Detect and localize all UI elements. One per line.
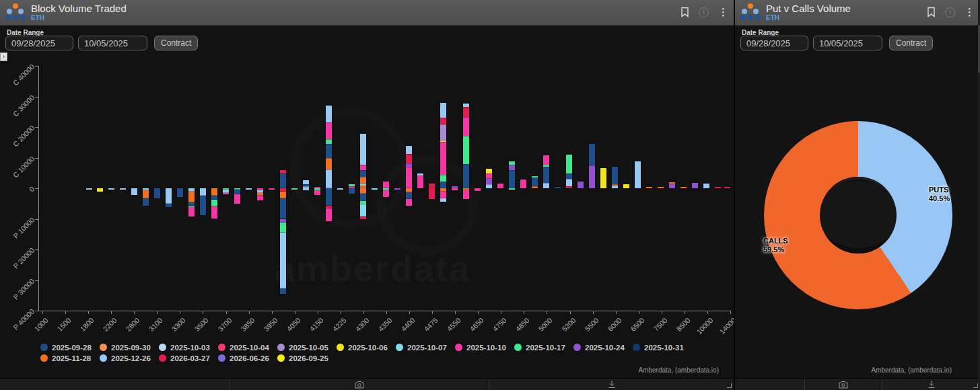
bar-segment[interactable] bbox=[463, 136, 469, 164]
bar-segment[interactable] bbox=[154, 188, 160, 198]
bar-segment[interactable] bbox=[566, 155, 572, 173]
bar-segment[interactable] bbox=[143, 198, 149, 206]
bar-segment[interactable] bbox=[486, 173, 492, 178]
bar-segment[interactable] bbox=[406, 154, 412, 163]
bar-segment[interactable] bbox=[440, 142, 446, 175]
bar-segment[interactable] bbox=[612, 186, 618, 188]
bar-segment[interactable] bbox=[200, 188, 206, 196]
legend-item[interactable]: 2025-10-17 bbox=[514, 342, 573, 352]
bar-segment[interactable] bbox=[349, 184, 355, 186]
bar-segment[interactable] bbox=[188, 192, 195, 202]
bar-segment[interactable] bbox=[692, 183, 698, 188]
bar-segment[interactable] bbox=[303, 188, 309, 190]
bar-segment[interactable] bbox=[211, 188, 217, 196]
bar-segment[interactable] bbox=[543, 165, 549, 167]
bar-segment[interactable] bbox=[589, 165, 595, 188]
bar-segment[interactable] bbox=[280, 233, 286, 288]
bar-segment[interactable] bbox=[314, 190, 320, 195]
bar-segment[interactable] bbox=[440, 118, 446, 124]
bar-segment[interactable] bbox=[280, 170, 286, 173]
bar-segment[interactable] bbox=[360, 170, 366, 177]
bar-segment[interactable] bbox=[280, 288, 286, 294]
bar-segment[interactable] bbox=[486, 169, 492, 173]
bar-segment[interactable] bbox=[543, 183, 549, 188]
resize-grip[interactable] bbox=[727, 383, 732, 388]
bar-segment[interactable] bbox=[120, 188, 126, 190]
bar-segment[interactable] bbox=[669, 184, 675, 188]
bar-segment[interactable] bbox=[612, 167, 618, 184]
bar-segment[interactable] bbox=[509, 188, 515, 190]
bar-segment[interactable] bbox=[417, 173, 423, 176]
bar-segment[interactable] bbox=[635, 161, 641, 188]
bar-segment[interactable] bbox=[703, 184, 709, 188]
bar-segment[interactable] bbox=[486, 184, 492, 188]
bar-segment[interactable] bbox=[486, 178, 492, 184]
bar-segment[interactable] bbox=[360, 177, 366, 184]
bar-segment[interactable] bbox=[326, 144, 332, 158]
bar-segment[interactable] bbox=[417, 176, 423, 188]
bar-segment[interactable] bbox=[246, 188, 252, 190]
bar-segment[interactable] bbox=[658, 187, 664, 188]
menu-dots-icon[interactable]: ⋮ bbox=[965, 5, 975, 19]
resize-grip[interactable] bbox=[973, 383, 978, 388]
bar-segment[interactable] bbox=[406, 199, 412, 206]
legend-item[interactable]: 2025-09-28 bbox=[40, 342, 100, 352]
bar-segment[interactable] bbox=[394, 188, 400, 190]
bar-segment[interactable] bbox=[715, 187, 721, 188]
legend-item[interactable]: 2025-10-31 bbox=[633, 342, 692, 352]
bar-segment[interactable] bbox=[303, 180, 309, 184]
bar-segment[interactable] bbox=[280, 223, 286, 233]
bar-segment[interactable] bbox=[131, 188, 137, 195]
bar-segment[interactable] bbox=[509, 170, 515, 188]
bar-segment[interactable] bbox=[566, 179, 572, 186]
bar-segment[interactable] bbox=[326, 122, 332, 139]
bar-segment[interactable] bbox=[509, 165, 515, 170]
bar-segment[interactable] bbox=[440, 103, 446, 117]
bar-segment[interactable] bbox=[532, 176, 538, 178]
bar-segment[interactable] bbox=[326, 208, 332, 221]
bar-segment[interactable] bbox=[360, 134, 366, 165]
bar-segment[interactable] bbox=[475, 188, 481, 191]
bar-segment[interactable] bbox=[520, 180, 526, 188]
bar-segment[interactable] bbox=[463, 164, 469, 188]
bar-segment[interactable] bbox=[383, 190, 389, 197]
legend-item[interactable]: 2025-10-06 bbox=[337, 342, 396, 352]
bar-segment[interactable] bbox=[200, 196, 206, 216]
download-button[interactable] bbox=[882, 379, 980, 390]
bar-segment[interactable] bbox=[269, 188, 275, 190]
bar-segment[interactable] bbox=[326, 106, 332, 122]
contract-button[interactable]: Contract bbox=[889, 36, 933, 50]
bar-segment[interactable] bbox=[532, 186, 538, 188]
bar-segment[interactable] bbox=[360, 184, 366, 186]
legend-item[interactable]: 2025-09-30 bbox=[100, 342, 159, 352]
footer-cell[interactable] bbox=[0, 379, 230, 390]
bar-segment[interactable] bbox=[406, 163, 412, 167]
footer-cell[interactable] bbox=[735, 379, 804, 390]
bar-segment[interactable] bbox=[680, 187, 687, 188]
bar-segment[interactable] bbox=[406, 167, 412, 188]
bar-segment[interactable] bbox=[143, 190, 149, 198]
legend-item[interactable]: 2026-03-27 bbox=[159, 353, 218, 363]
bar-segment[interactable] bbox=[280, 192, 286, 198]
bar-segment[interactable] bbox=[326, 169, 332, 188]
bar-segment[interactable] bbox=[326, 188, 332, 206]
bar-segment[interactable] bbox=[555, 187, 561, 188]
bar-segment[interactable] bbox=[429, 188, 435, 199]
screenshot-button[interactable] bbox=[230, 379, 489, 390]
bar-segment[interactable] bbox=[372, 188, 378, 190]
bar-segment[interactable] bbox=[337, 188, 343, 190]
bar-segment[interactable] bbox=[166, 204, 172, 207]
bar-segment[interactable] bbox=[463, 107, 469, 116]
legend-item[interactable]: 2025-10-07 bbox=[396, 342, 455, 352]
bar-segment[interactable] bbox=[566, 173, 572, 179]
bar-segment[interactable] bbox=[360, 165, 366, 169]
bar-segment[interactable] bbox=[166, 188, 172, 204]
legend-item[interactable]: 2026-09-25 bbox=[277, 353, 337, 363]
bar-segment[interactable] bbox=[452, 188, 458, 190]
bar-segment[interactable] bbox=[463, 190, 469, 199]
legend-item[interactable]: 2025-10-10 bbox=[455, 342, 514, 352]
bar-segment[interactable] bbox=[623, 184, 629, 188]
bar-segment[interactable] bbox=[406, 146, 412, 154]
start-date-input[interactable] bbox=[740, 36, 808, 50]
bar-segment[interactable] bbox=[360, 204, 366, 217]
